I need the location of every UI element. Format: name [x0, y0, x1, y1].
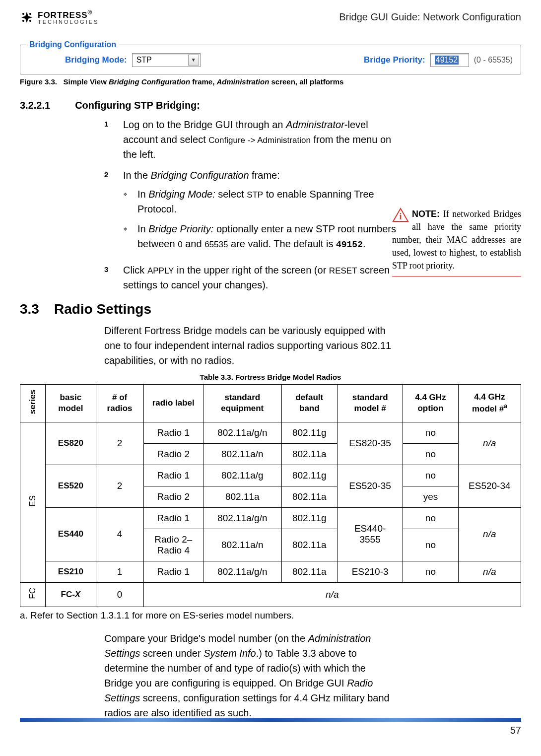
bridge-priority-input[interactable]: 49152 [430, 53, 469, 67]
table-row: ES440 4 Radio 1802.11a/g/n802.11g ES440-… [20, 507, 521, 529]
bridge-priority-label: Bridge Priority: [364, 55, 425, 65]
compare-paragraph: Compare your Bridge's model number (on t… [104, 631, 397, 720]
bridging-mode-value: STP [136, 56, 152, 65]
table-caption: Table 3.3. Fortress Bridge Model Radios [20, 373, 521, 381]
bridging-config-frame: Bridging Configuration Bridging Mode: ST… [20, 45, 521, 74]
step-3: 3 Click APPLY in the upper right of the … [104, 263, 397, 292]
step-1: 1 Log on to the Bridge GUI through an Ad… [104, 117, 397, 162]
bridging-mode-select[interactable]: STP ▼ [132, 53, 201, 67]
figure-caption: Figure 3.3. Simple View Bridging Configu… [20, 77, 521, 86]
section-3-2-2-1-heading: 3.2.2.1 Configuring STP Bridging: [20, 100, 521, 111]
note-callout: i NOTE: If networked Bridges all have th… [392, 207, 521, 276]
bridging-mode-label: Bridging Mode: [65, 55, 127, 65]
bridge-priority-range: (0 - 65535) [474, 56, 513, 65]
radios-table: series basic model # of radios radio lab… [20, 384, 521, 607]
doc-title: Bridge GUI Guide: Network Configuration [339, 11, 521, 23]
table-row: ES ES820 2 Radio 1802.11a/g/n802.11g ES8… [20, 422, 521, 443]
dropdown-caret-icon[interactable]: ▼ [188, 55, 199, 66]
footer-divider-icon [20, 718, 521, 722]
logo-icon [20, 10, 34, 24]
step-2: 2 In the Bridging Configuration frame: ❖… [104, 168, 397, 257]
table-footnote: a. Refer to Section 1.3.1.1 for more on … [20, 610, 521, 621]
table-row: ES210 1 Radio 1802.11a/g/n802.11a ES210-… [20, 561, 521, 582]
section-3-3-heading: 3.3 Radio Settings [20, 301, 521, 317]
svg-point-1 [29, 13, 31, 15]
page-number: 57 [510, 725, 521, 736]
logo: FORTRESS® TECHNOLOGIES [20, 10, 99, 25]
page-footer: 57 [20, 718, 521, 736]
logo-title: FORTRESS® [38, 10, 99, 19]
logo-subtitle: TECHNOLOGIES [38, 19, 99, 25]
step-2-bullet-1: ❖ In Bridging Mode: select STP to enable… [123, 187, 397, 216]
svg-text:i: i [399, 211, 402, 221]
table-row: ES520 2 Radio 1802.11a/g802.11g ES520-35… [20, 465, 521, 486]
radio-settings-intro: Different Fortress Bridge models can be … [104, 323, 397, 368]
warning-info-icon: i [392, 207, 409, 222]
step-2-bullet-2: ❖ In Bridge Priority: optionally enter a… [123, 221, 397, 252]
table-row: FC FC-X 0 n/a [20, 583, 521, 607]
svg-point-2 [22, 20, 24, 22]
frame-legend: Bridging Configuration [26, 40, 119, 49]
page-header: FORTRESS® TECHNOLOGIES Bridge GUI Guide:… [20, 10, 521, 25]
svg-point-4 [22, 13, 24, 15]
svg-point-3 [29, 20, 31, 22]
